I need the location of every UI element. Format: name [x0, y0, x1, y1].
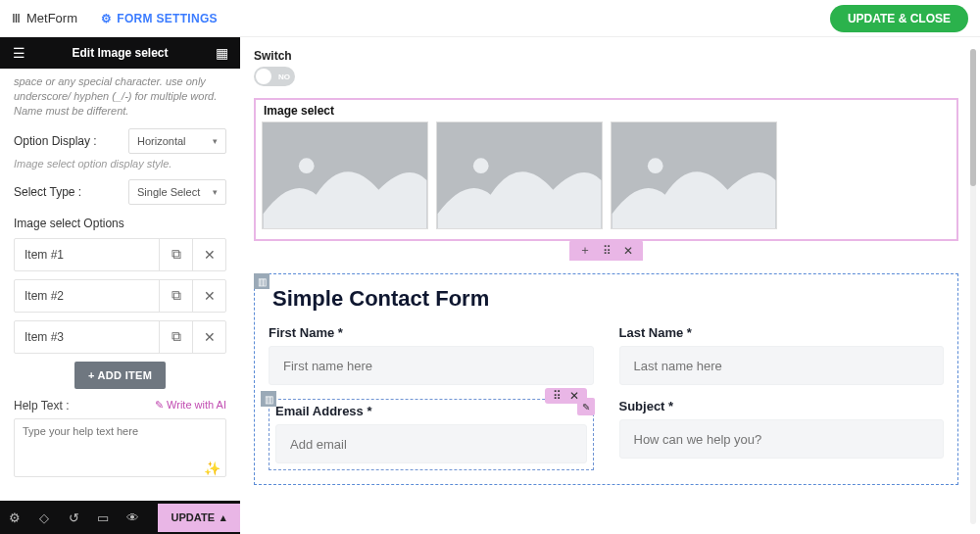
scrollbar[interactable] — [970, 49, 976, 524]
grid-icon[interactable]: ▦ — [213, 44, 230, 62]
main: ☰ Edit Image select ▦ space or any speci… — [0, 37, 980, 534]
add-section-icon[interactable]: ＋ — [579, 242, 591, 259]
svg-point-5 — [648, 158, 663, 173]
canvas: Switch NO Image select ＋ ⠿ ✕ — [240, 37, 980, 534]
option-item-label: Item #2 — [15, 289, 159, 303]
switch-label: Switch — [254, 49, 958, 63]
select-type-row: Select Type : Single Select ▾ — [14, 179, 226, 205]
option-item[interactable]: Item #3 ⧉ ✕ — [14, 320, 226, 354]
first-name-label: First Name * — [269, 325, 594, 340]
form-grid: First Name * Last Name * ▥ ⠿ ✕ Email Add… — [269, 325, 944, 470]
duplicate-icon[interactable]: ⧉ — [159, 280, 192, 312]
svg-point-1 — [299, 158, 315, 173]
help-text-box: ✨ — [14, 418, 226, 480]
history-icon[interactable]: ↺ — [59, 510, 88, 525]
image-option-card[interactable] — [262, 121, 428, 229]
select-type-value: Single Select — [137, 186, 200, 198]
name-hint: space or any special character. use only… — [14, 74, 226, 119]
chevron-up-icon: ▴ — [220, 511, 226, 524]
column-handle-icon[interactable]: ▥ — [254, 273, 270, 289]
sidebar-header: ☰ Edit Image select ▦ — [0, 37, 240, 69]
brand: Ⅲ MetForm — [12, 11, 77, 25]
scrollbar-thumb[interactable] — [970, 49, 976, 186]
option-display-row: Option Display : Horizontal ▾ — [14, 128, 226, 154]
preview-icon[interactable]: 👁 — [118, 510, 147, 525]
section-toolbar: ＋ ⠿ ✕ — [569, 240, 643, 261]
delete-section-icon[interactable]: ✕ — [623, 244, 633, 258]
edit-widget-icon[interactable]: ✎ — [577, 398, 595, 415]
brand-name: MetForm — [26, 11, 77, 25]
option-display-value: Horizontal — [137, 135, 186, 147]
image-option-card[interactable] — [611, 121, 777, 229]
subject-label: Subject * — [619, 399, 945, 413]
option-item-label: Item #1 — [15, 248, 159, 262]
drag-widget-icon[interactable]: ⠿ — [553, 389, 562, 403]
elementor-icon: Ⅲ — [12, 11, 21, 25]
last-name-input[interactable] — [619, 346, 945, 385]
last-name-field: Last Name * — [619, 325, 945, 385]
update-and-close-button[interactable]: UPDATE & CLOSE — [830, 5, 968, 32]
image-select-widget[interactable]: Image select — [254, 98, 958, 241]
select-type-select[interactable]: Single Select ▾ — [128, 179, 226, 205]
email-field[interactable]: ▥ ⠿ ✕ Email Address * ✎ — [269, 399, 594, 470]
option-display-select[interactable]: Horizontal ▾ — [128, 128, 226, 154]
help-text-input[interactable] — [14, 418, 226, 477]
add-item-button[interactable]: + ADD ITEM — [74, 362, 166, 389]
image-select-title: Image select — [264, 104, 951, 118]
svg-point-3 — [473, 158, 489, 173]
option-item[interactable]: Item #2 ⧉ ✕ — [14, 279, 226, 313]
panel-title: Edit Image select — [37, 46, 203, 60]
image-select-cards — [262, 121, 951, 229]
switch-knob — [256, 69, 271, 84]
remove-icon[interactable]: ✕ — [192, 280, 225, 312]
email-label: Email Address * — [275, 404, 587, 418]
duplicate-icon[interactable]: ⧉ — [159, 321, 192, 353]
sidebar-footer: ⚙ ◇ ↺ ▭ 👁 UPDATE ▴ — [0, 501, 240, 534]
last-name-label: Last Name * — [619, 325, 945, 340]
update-label: UPDATE — [172, 511, 215, 523]
help-text-label: Help Text : — [14, 399, 69, 413]
form-settings-label: FORM SETTINGS — [117, 12, 218, 25]
drag-section-icon[interactable]: ⠿ — [603, 244, 612, 258]
switch-toggle[interactable]: NO — [254, 67, 295, 86]
gear-icon: ⚙ — [101, 12, 112, 25]
form-settings-link[interactable]: ⚙ FORM SETTINGS — [101, 12, 218, 25]
image-options-title: Image select Options — [14, 217, 226, 230]
responsive-icon[interactable]: ▭ — [88, 510, 118, 525]
select-type-label: Select Type : — [14, 185, 81, 199]
option-item[interactable]: Item #1 ⧉ ✕ — [14, 238, 226, 271]
write-with-ai-link[interactable]: ✎ Write with AI — [155, 399, 226, 412]
image-option-card[interactable] — [436, 121, 603, 229]
sidebar-body: space or any special character. use only… — [0, 69, 240, 501]
placeholder-image-icon — [437, 122, 602, 228]
switch-state: NO — [278, 73, 290, 81]
chevron-down-icon: ▾ — [213, 187, 218, 197]
first-name-field: First Name * — [269, 325, 594, 385]
topbar: Ⅲ MetForm ⚙ FORM SETTINGS UPDATE & CLOSE — [0, 0, 980, 37]
update-button[interactable]: UPDATE ▴ — [158, 504, 240, 532]
hamburger-icon[interactable]: ☰ — [10, 44, 27, 62]
subject-field: Subject * — [619, 399, 945, 470]
duplicate-icon[interactable]: ⧉ — [159, 239, 192, 270]
settings-icon[interactable]: ⚙ — [0, 510, 29, 525]
chevron-down-icon: ▾ — [213, 136, 218, 146]
placeholder-image-icon — [263, 122, 427, 228]
sidebar: ☰ Edit Image select ▦ space or any speci… — [0, 37, 240, 534]
first-name-input[interactable] — [269, 346, 594, 385]
placeholder-image-icon — [612, 122, 776, 228]
ai-assist-icon[interactable]: ✨ — [204, 461, 220, 476]
form-title: Simple Contact Form — [272, 286, 944, 312]
option-display-label: Option Display : — [14, 134, 97, 148]
subject-input[interactable] — [619, 419, 945, 459]
email-input[interactable] — [275, 424, 587, 463]
column-handle-icon[interactable]: ▥ — [261, 391, 276, 407]
help-text-row: Help Text : ✎ Write with AI — [14, 399, 226, 413]
layers-icon[interactable]: ◇ — [29, 510, 59, 525]
remove-icon[interactable]: ✕ — [192, 321, 225, 353]
remove-icon[interactable]: ✕ — [192, 239, 225, 270]
option-item-label: Item #3 — [15, 330, 159, 344]
option-display-hint: Image select option display style. — [14, 158, 226, 170]
contact-form-section: ▥ Simple Contact Form First Name * Last … — [254, 273, 958, 485]
